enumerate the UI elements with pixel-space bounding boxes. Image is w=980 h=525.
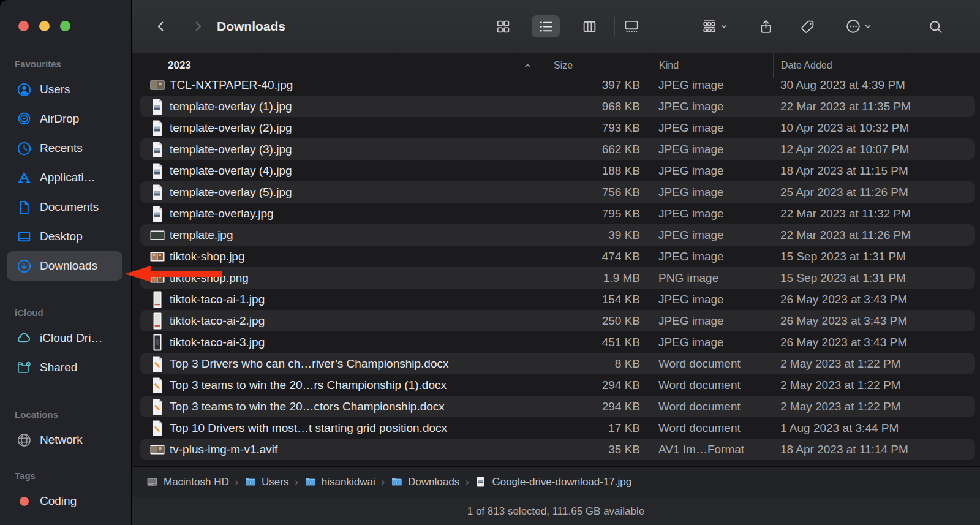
search-button[interactable] bbox=[921, 15, 949, 37]
table-row[interactable]: template-overlay (1).jpg 968 KB JPEG ima… bbox=[140, 96, 975, 117]
breadcrumb-hisankidwai[interactable]: hisankidwai bbox=[304, 476, 375, 488]
forward-button[interactable] bbox=[184, 15, 212, 37]
table-row[interactable]: TCL-NXTPAPER-40.jpg 397 KB JPEG image 30… bbox=[140, 78, 975, 96]
column-view-button[interactable] bbox=[575, 15, 603, 37]
sidebar-item-label: Downloads bbox=[40, 259, 97, 273]
table-row[interactable]: tiktok-taco-ai-2.jpg 250 KB JPEG image 2… bbox=[140, 310, 975, 331]
table-row[interactable]: template-overlay (4).jpg 188 KB JPEG ima… bbox=[140, 160, 975, 181]
file-kind: JPEG image bbox=[649, 100, 773, 113]
sidebar-item-shared[interactable]: Shared bbox=[7, 353, 123, 382]
file-size: 756 KB bbox=[540, 186, 649, 199]
table-row[interactable]: template.jpg 39 KB JPEG image 22 Mar 202… bbox=[140, 224, 975, 246]
sidebar-item-icloud-dri[interactable]: iCloud Dri… bbox=[7, 323, 123, 353]
table-row[interactable]: template-overlay (5).jpg 756 KB JPEG ima… bbox=[140, 181, 975, 203]
zoom-button[interactable] bbox=[60, 21, 70, 31]
cloud-icon bbox=[17, 331, 32, 346]
file-kind: JPEG image bbox=[649, 207, 773, 221]
breadcrumb-google-drive-download-17-jpg[interactable]: Google-drive-download-17.jpg bbox=[475, 476, 631, 488]
file-name: tiktok-taco-ai-2.jpg bbox=[170, 314, 265, 328]
sidebar-item-network[interactable]: Network bbox=[7, 425, 123, 455]
sidebar-item-photos[interactable]: Photos bbox=[7, 516, 123, 525]
file-kind: JPEG image bbox=[649, 121, 773, 135]
table-row[interactable]: tv-plus-img-m-v1.avif 35 KB AV1 Im…Forma… bbox=[140, 439, 975, 460]
sidebar-item-documents[interactable]: Documents bbox=[7, 192, 123, 222]
sidebar-section-label: Locations bbox=[0, 404, 131, 425]
table-row[interactable]: tiktok-taco-ai-1.jpg 154 KB JPEG image 2… bbox=[140, 289, 975, 310]
table-row[interactable]: template-overlay.jpg 795 KB JPEG image 2… bbox=[140, 203, 975, 224]
table-row[interactable]: Top 3 teams to win the 20…rs Championshi… bbox=[140, 374, 975, 396]
globe-icon bbox=[17, 432, 32, 448]
table-row[interactable]: tiktok-taco-ai-3.jpg 451 KB JPEG image 2… bbox=[140, 331, 975, 353]
breadcrumb-macintosh-hd[interactable]: Macintosh HD bbox=[146, 476, 229, 488]
sidebar-item-coding[interactable]: Coding bbox=[7, 486, 123, 516]
column-header-kind[interactable]: Kind bbox=[649, 53, 773, 78]
file-size: 188 KB bbox=[540, 164, 649, 178]
file-date-added: 18 Apr 2023 at 11:14 PM bbox=[773, 443, 975, 456]
chevron-down-icon bbox=[720, 22, 728, 31]
word-file-icon bbox=[150, 398, 165, 415]
gallery-view-button[interactable] bbox=[617, 15, 646, 37]
sidebar-sections: Favourites Users AirDrop Recents Applica… bbox=[0, 54, 131, 525]
file-size: 250 KB bbox=[540, 314, 649, 328]
file-date-added: 26 May 2023 at 3:43 PM bbox=[773, 293, 975, 306]
icon-view-button[interactable] bbox=[489, 15, 517, 37]
word-file-icon bbox=[150, 420, 165, 437]
table-row[interactable]: template-overlay (2).jpg 793 KB JPEG ima… bbox=[140, 117, 975, 138]
column-header-date-added[interactable]: Date Added bbox=[773, 53, 980, 78]
tags-button[interactable] bbox=[793, 15, 821, 37]
chevron-down-icon bbox=[864, 22, 872, 31]
breadcrumb-label: Macintosh HD bbox=[164, 476, 229, 488]
hdd-icon bbox=[146, 476, 158, 488]
file-kind: JPEG image bbox=[649, 143, 773, 156]
table-row[interactable]: tiktok-shop.png 1.9 MB PNG image 15 Sep … bbox=[140, 267, 975, 289]
folder-icon bbox=[304, 476, 316, 488]
file-name: template-overlay (4).jpg bbox=[170, 164, 292, 178]
file-date-added: 25 Apr 2023 at 11:26 PM bbox=[773, 186, 975, 199]
file-kind: JPEG image bbox=[649, 336, 773, 349]
share-button[interactable] bbox=[752, 15, 780, 37]
sidebar-item-downloads[interactable]: Downloads bbox=[7, 251, 123, 281]
table-row[interactable]: tiktok-shop.jpg 474 KB JPEG image 15 Sep… bbox=[140, 246, 975, 267]
group-by-button[interactable] bbox=[693, 15, 737, 37]
more-actions-button[interactable] bbox=[837, 15, 881, 37]
thumb-tall-file-icon bbox=[150, 312, 165, 330]
back-button[interactable] bbox=[147, 15, 175, 37]
sidebar: Favourites Users AirDrop Recents Applica… bbox=[0, 0, 131, 525]
sidebar-item-label: Coding bbox=[40, 494, 77, 508]
breadcrumb-downloads[interactable]: Downloads bbox=[391, 476, 459, 488]
table-row[interactable]: Top 3 teams to win the 20…ctors Champion… bbox=[140, 396, 975, 417]
breadcrumb-users[interactable]: Users bbox=[244, 476, 288, 488]
file-kind: Word document bbox=[649, 400, 773, 414]
red-arrow-annotation bbox=[124, 265, 223, 283]
file-list: TCL-NXTPAPER-40.jpg 397 KB JPEG image 30… bbox=[132, 78, 980, 466]
sidebar-item-airdrop[interactable]: AirDrop bbox=[7, 104, 123, 134]
file-size: 294 KB bbox=[540, 400, 649, 414]
column-header-size[interactable]: Size bbox=[540, 53, 649, 78]
page-image-file-icon bbox=[150, 184, 165, 201]
status-bar: 1 of 813 selected, 111.65 GB available bbox=[132, 497, 980, 525]
path-bar: Macintosh HD › Users › hisankidwai › Dow… bbox=[132, 466, 980, 497]
file-date-added: 2 May 2023 at 1:22 PM bbox=[773, 379, 975, 392]
file-date-added: 22 Mar 2023 at 11:35 PM bbox=[773, 100, 975, 113]
list-view-button[interactable] bbox=[532, 15, 560, 37]
minimize-button[interactable] bbox=[39, 21, 50, 31]
file-date-added: 12 Apr 2023 at 10:07 PM bbox=[773, 143, 975, 156]
desktop-icon bbox=[17, 229, 32, 244]
sidebar-item-label: Users bbox=[40, 83, 70, 96]
file-kind: AV1 Im…Format bbox=[649, 443, 773, 456]
column-header-name[interactable]: 2023 bbox=[140, 53, 540, 78]
table-row[interactable]: Top 3 Drivers who can ch…river’s Champio… bbox=[140, 353, 975, 374]
table-row[interactable]: Top 10 Drivers with most…t starting grid… bbox=[140, 417, 975, 439]
file-date-added: 30 Aug 2023 at 4:39 PM bbox=[773, 78, 975, 92]
close-button[interactable] bbox=[18, 21, 29, 31]
sidebar-item-users[interactable]: Users bbox=[7, 75, 123, 104]
file-kind: JPEG image bbox=[649, 250, 773, 263]
sidebar-item-applicati[interactable]: Applicati… bbox=[7, 163, 123, 192]
breadcrumb-label: Users bbox=[262, 476, 288, 488]
sidebar-item-desktop[interactable]: Desktop bbox=[7, 222, 123, 251]
file-name: tiktok-taco-ai-3.jpg bbox=[170, 336, 265, 349]
sidebar-section-label: Favourites bbox=[0, 54, 131, 75]
table-row[interactable]: template-overlay (3).jpg 662 KB JPEG ima… bbox=[140, 138, 975, 160]
file-name: TCL-NXTPAPER-40.jpg bbox=[170, 78, 293, 92]
sidebar-item-recents[interactable]: Recents bbox=[7, 134, 123, 163]
